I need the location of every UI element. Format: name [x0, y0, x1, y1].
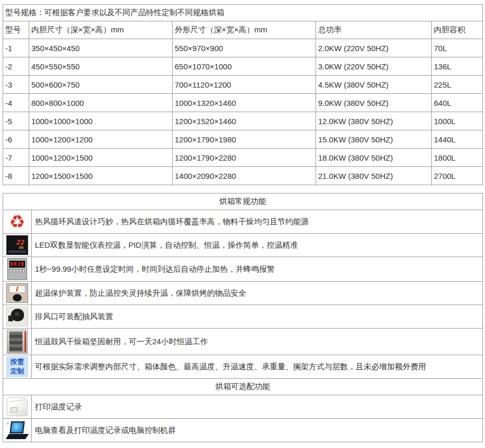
- inner-cell: 350×450×450: [29, 39, 173, 57]
- inner-cell: 800×800×1000: [29, 94, 173, 112]
- spec-row: -1 350×450×450 550×970×900 2.0KW (220V 5…: [3, 39, 483, 57]
- spec-table-title: 型号规格：可根据客户要求以及不同产品特性定制不同规格烘箱: [3, 5, 483, 21]
- power-cell: 9.0KW (380V 50HZ): [316, 94, 432, 112]
- col-header-model: 型号: [3, 21, 29, 39]
- volume-cell: 640L: [432, 94, 483, 112]
- feature-row: 电脑查看及打印温度记录或电脑控制机群: [3, 419, 483, 442]
- optional-features-title-row: 烘箱可选配功能: [3, 379, 483, 395]
- volume-cell: 1440L: [432, 130, 483, 149]
- volume-cell: 1000L: [432, 112, 483, 130]
- col-header-inner-size: 内胆尺寸（深×宽×高）mm: [29, 21, 173, 39]
- power-cell: 2.0KW (220V 50HZ): [316, 39, 432, 57]
- printer-icon: [7, 397, 28, 416]
- feature-row: 按需 定制 可根据实际需求调整内部尺寸、箱体颜色、最高温度、升温速度、承重量、搁…: [3, 355, 483, 379]
- outer-cell: 700×1120×1200: [173, 76, 316, 94]
- outer-cell: 1200×1790×1980: [173, 130, 316, 149]
- volume-cell: 2700L: [432, 167, 483, 185]
- oven-product-spec-page: 型号规格：可根据客户要求以及不同产品特性定制不同规格烘箱 型号 内胆尺寸（深×宽…: [0, 0, 485, 447]
- spec-table-header-row: 型号 内胆尺寸（深×宽×高）mm 外形尺寸（深×宽×高）mm 总功率 内胆容积: [3, 21, 483, 39]
- feature-row: 0020 1秒~99.99小时任意设定时间，时间到达后自动停止加热，并蜂鸣报警: [3, 257, 483, 282]
- feature-row: ♻ 热风循环风道设计巧妙，热风在烘箱内循环覆盖率高，物料干燥均匀且节约能源: [3, 210, 483, 234]
- model-cell: -4: [3, 94, 29, 112]
- inner-cell: 1000×1000×1000: [29, 112, 173, 130]
- model-cell: -1: [3, 39, 29, 57]
- spec-row: -6 1000×1200×1200 1200×1790×1980 15.0KW …: [3, 130, 483, 149]
- outer-cell: 550×970×900: [173, 39, 316, 57]
- feature-text: 排风口可装配抽风装置: [32, 305, 483, 329]
- inner-cell: 1000×1200×1200: [29, 130, 173, 149]
- model-cell: -3: [3, 76, 29, 94]
- spec-table: 型号规格：可根据客户要求以及不同产品特性定制不同规格烘箱 型号 内胆尺寸（深×宽…: [3, 4, 483, 185]
- features-table: 烘箱常规功能 ♻ 热风循环风道设计巧妙，热风在烘箱内循环覆盖率高，物料干燥均匀且…: [3, 193, 483, 442]
- timer-icon: 0020: [7, 258, 27, 280]
- spec-row: -2 450×550×550 650×1070×1000 3.0KW (220V…: [3, 57, 483, 76]
- spec-row: -7 1000×1200×1500 1200×1790×2280 18.0KW …: [3, 149, 483, 167]
- spec-row: -8 1200×1500×1500 1400×2090×2280 21.0KW …: [3, 167, 483, 185]
- spec-row: -5 1000×1000×1000 1200×1520×1460 12.0KW …: [3, 112, 483, 130]
- temp-controller-icon: 22 88: [6, 235, 28, 255]
- optional-features-title: 烘箱可选配功能: [3, 379, 483, 395]
- model-cell: -6: [3, 130, 29, 149]
- inner-cell: 1000×1200×1500: [29, 149, 173, 167]
- power-cell: 4.5KW (380V 50HZ): [316, 76, 432, 94]
- exhaust-fan-icon: [6, 307, 28, 326]
- spec-row: -3 500×600×750 700×1120×1200 4.5KW (380V…: [3, 76, 483, 94]
- custom-badge-line1: 按需: [10, 357, 24, 367]
- col-header-outer-size: 外形尺寸（深×宽×高）mm: [173, 21, 316, 39]
- feature-row: 排风口可装配抽风装置: [3, 305, 483, 329]
- feature-text: 打印温度记录: [32, 395, 483, 419]
- model-cell: -5: [3, 112, 29, 130]
- feature-row: 恒温鼓风干燥箱坚固耐用，可一天24小时恒温工作: [3, 329, 483, 355]
- spec-table-title-row: 型号规格：可根据客户要求以及不同产品特性定制不同规格烘箱: [3, 5, 483, 21]
- model-cell: -7: [3, 149, 29, 167]
- feature-text: 可根据实际需求调整内部尺寸、箱体颜色、最高温度、升温速度、承重量、搁架方式与层数…: [32, 355, 483, 379]
- controller-display: 22: [16, 238, 25, 246]
- model-cell: -8: [3, 167, 29, 185]
- outer-cell: 1200×1790×2280: [173, 149, 316, 167]
- timer-display: 0020: [9, 261, 25, 268]
- overtemp-protector-icon: [6, 283, 28, 303]
- feature-text: 电脑查看及打印温度记录或电脑控制机群: [32, 419, 483, 442]
- spec-row: -4 800×800×1000 1000×1320×1460 9.0KW (38…: [3, 94, 483, 112]
- power-cell: 15.0KW (380V 50HZ): [316, 130, 432, 149]
- col-header-inner-volume: 内胆容积: [432, 21, 483, 39]
- col-header-total-power: 总功率: [316, 21, 432, 39]
- inner-cell: 500×600×750: [29, 76, 173, 94]
- outer-cell: 1200×1520×1460: [173, 112, 316, 130]
- feature-text: 热风循环风道设计巧妙，热风在烘箱内循环覆盖率高，物料干燥均匀且节约能源: [32, 210, 483, 234]
- model-cell: -2: [3, 57, 29, 76]
- feature-text: 恒温鼓风干燥箱坚固耐用，可一天24小时恒温工作: [32, 329, 483, 355]
- feature-row: 打印温度记录: [3, 395, 483, 419]
- power-cell: 12.0KW (380V 50HZ): [316, 112, 432, 130]
- power-cell: 18.0KW (380V 50HZ): [316, 149, 432, 167]
- power-cell: 21.0KW (380V 50HZ): [316, 167, 432, 185]
- feature-row: 超温保护装置，防止温控失灵持续升温，保障烘烤的物品安全: [3, 282, 483, 305]
- outer-cell: 650×1070×1000: [173, 57, 316, 76]
- oven-cabinet-icon: [7, 330, 28, 354]
- volume-cell: 225L: [432, 76, 483, 94]
- inner-cell: 450×550×550: [29, 57, 173, 76]
- volume-cell: 136L: [432, 57, 483, 76]
- feature-row: 22 88 LED双数显智能仪表控温，PID演算，自动控制、恒温，操作简单，控温…: [3, 234, 483, 257]
- feature-text: 1秒~99.99小时任意设定时间，时间到达后自动停止加热，并蜂鸣报警: [32, 257, 483, 282]
- laptop-icon: [6, 421, 29, 440]
- feature-text: LED双数显智能仪表控温，PID演算，自动控制、恒温，操作简单，控温精准: [32, 234, 483, 257]
- standard-features-title-row: 烘箱常规功能: [3, 193, 483, 210]
- volume-cell: 1800L: [432, 149, 483, 167]
- recycle-icon: ♻: [9, 213, 25, 231]
- feature-text: 超温保护装置，防止温控失灵持续升温，保障烘烤的物品安全: [32, 282, 483, 305]
- custom-badge-icon: 按需 定制: [6, 356, 28, 377]
- outer-cell: 1400×2090×2280: [173, 167, 316, 185]
- power-cell: 3.0KW (220V 50HZ): [316, 57, 432, 76]
- inner-cell: 1200×1500×1500: [29, 167, 173, 185]
- outer-cell: 1000×1320×1460: [173, 94, 316, 112]
- custom-badge-line2: 定制: [10, 367, 24, 376]
- standard-features-title: 烘箱常规功能: [3, 193, 483, 210]
- volume-cell: 70L: [432, 39, 483, 57]
